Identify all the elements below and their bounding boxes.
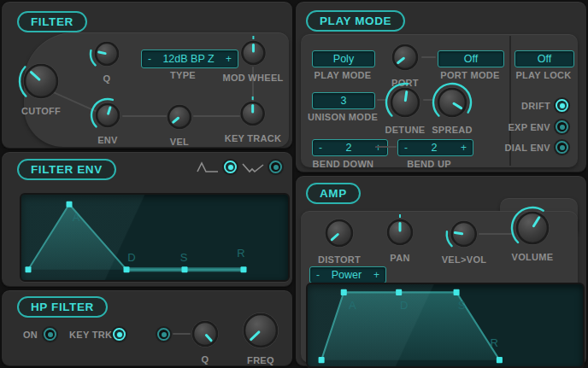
env-normal-toggle[interactable] [224, 161, 237, 173]
pan-knob[interactable]: PAN [380, 213, 420, 263]
spread-label: SPREAD [432, 125, 473, 135]
volume-label: VOLUME [512, 252, 554, 262]
hp-filter-panel-title: HP FILTER [17, 296, 108, 318]
vel-label: VEL [170, 137, 189, 147]
type-value: 12dB BP Z [151, 53, 226, 65]
bend-down-stepper[interactable]: - 2 + [312, 139, 388, 156]
hp-on-label: ON [23, 330, 38, 340]
hp-key-trk-toggle[interactable] [113, 328, 126, 341]
resonance-knob[interactable]: Q [88, 35, 126, 84]
env-label: ENV [97, 135, 118, 145]
dial-env-label: DIAL ENV [460, 143, 550, 153]
svg-text:D: D [400, 299, 408, 312]
cutoff-label: CUTOFF [21, 106, 61, 116]
q-label: Q [103, 73, 111, 84]
play-lock-select[interactable]: Off [514, 50, 574, 67]
svg-text:S: S [180, 250, 188, 263]
amp-panel: AMP DISTORT PAN VEL>VOL VOLUME - Power +… [296, 176, 586, 366]
play-lock-label: PLAY LOCK [505, 70, 582, 80]
pan-label: PAN [390, 253, 409, 263]
play-mode-panel: PLAY MODE Poly PLAY MODE PORT Off PORT M… [296, 2, 586, 172]
detune-label: DETUNE [385, 125, 425, 135]
spread-knob[interactable]: SPREAD [431, 81, 473, 135]
exp-env-toggle[interactable] [556, 120, 568, 133]
synth-plugin-ui: FILTER CUTOFF Q MOD WHEEL ENV VEL KEY TR… [0, 0, 588, 368]
svg-text:D: D [127, 250, 135, 263]
filter-env-display[interactable]: ADSR [20, 193, 290, 282]
hp-freq-label: FREQ [247, 355, 274, 365]
mod-wheel-label: MOD WHEEL [222, 73, 283, 83]
vel-vol-label: VEL>VOL [442, 254, 487, 265]
type-label: TYPE [140, 70, 226, 80]
bend-down-plus-button[interactable]: + [375, 142, 381, 154]
svg-text:R: R [491, 336, 498, 349]
hp-filter-panel: HP FILTER ON KEY TRK Q FREQ [2, 290, 292, 366]
amp-panel-title: AMP [306, 183, 361, 204]
svg-text:R: R [237, 247, 244, 260]
svg-text:A: A [349, 299, 356, 312]
hp-key-trk-label: KEY TRK [69, 330, 112, 340]
hp-q-knob[interactable]: Q [185, 314, 225, 365]
bend-down-label: BEND DOWN [296, 159, 391, 169]
inverted-curve-icon [242, 161, 264, 173]
svg-text:A: A [73, 210, 80, 223]
filter-panel-title: FILTER [17, 11, 87, 32]
hp-q-label: Q [202, 354, 209, 365]
bend-up-label: BEND UP [386, 159, 472, 169]
filter-env-amount-knob[interactable]: ENV [89, 96, 126, 145]
filter-panel: FILTER CUTOFF Q MOD WHEEL ENV VEL KEY TR… [2, 2, 292, 149]
hp-on-toggle[interactable] [44, 328, 56, 341]
play-mode-select[interactable]: Poly [312, 50, 375, 67]
connector-line [375, 146, 397, 148]
play-mode-label: PLAY MODE [300, 70, 385, 80]
power-value: Power [320, 269, 373, 281]
hp-freq-knob[interactable]: FREQ [237, 307, 285, 365]
detune-knob[interactable]: DETUNE [384, 81, 426, 135]
amp-curve-stepper[interactable]: - Power + [309, 266, 386, 283]
dial-env-toggle[interactable] [556, 141, 568, 154]
drift-toggle[interactable] [556, 99, 568, 112]
env-shape-selector [197, 161, 282, 173]
amp-env-display[interactable]: ADSR [306, 283, 585, 368]
bend-down-value: 2 [322, 142, 375, 154]
play-mode-panel-title: PLAY MODE [306, 10, 405, 32]
cutoff-knob[interactable]: CUTOFF [17, 57, 65, 116]
bend-up-value: 2 [408, 142, 461, 154]
port-mode-label: PORT MODE [427, 70, 513, 80]
key-track-label: KEY TRACK [225, 133, 282, 143]
volume-knob[interactable]: VOLUME [509, 205, 556, 262]
filter-env-panel: FILTER ENV ADSR [2, 152, 292, 287]
distort-knob[interactable]: DISTORT [318, 213, 361, 265]
power-plus-button[interactable]: + [373, 269, 379, 281]
filter-vel-knob[interactable]: VEL [161, 98, 198, 147]
distort-label: DISTORT [318, 254, 361, 265]
vel-vol-knob[interactable]: VEL>VOL [442, 214, 487, 265]
env-inverted-toggle[interactable] [269, 161, 282, 173]
port-mode-select[interactable]: Off [438, 50, 504, 67]
mod-wheel-knob[interactable]: MOD WHEEL [222, 34, 283, 83]
unison-mode-select[interactable]: 3 [312, 92, 375, 109]
hp-q-enable-toggle[interactable] [157, 328, 170, 341]
key-track-knob[interactable]: KEY TRACK [225, 95, 282, 143]
filter-env-panel-title: FILTER ENV [17, 159, 116, 180]
adsr-curve-icon [197, 161, 219, 173]
svg-text:S: S [458, 299, 466, 312]
unison-mode-label: UNISON MODE [296, 112, 390, 122]
